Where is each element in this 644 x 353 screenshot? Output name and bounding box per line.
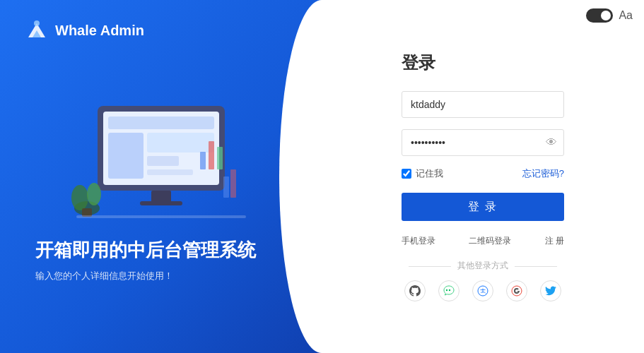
svg-rect-12 [217,147,223,169]
form-options: 记住我 忘记密码? [402,167,564,180]
language-icon[interactable]: Aа [619,9,633,22]
toggle-password-icon[interactable]: 👁 [546,136,557,149]
password-input[interactable] [402,129,564,156]
tagline: 开箱即用的中后台管理系统 [35,238,256,263]
svg-point-16 [71,185,88,210]
svg-rect-14 [140,201,182,205]
svg-point-23 [449,289,450,291]
username-wrapper [402,91,564,118]
svg-rect-19 [223,176,229,198]
google-icon[interactable] [506,280,527,301]
remember-label-text: 记住我 [416,167,443,180]
phone-login-link[interactable]: 手机登录 [402,232,435,250]
alt-login-options: 手机登录 二维码登录 注 册 [402,232,564,250]
illustration [62,85,260,229]
top-controls: Aа [586,8,633,23]
login-button[interactable]: 登 录 [402,193,564,221]
svg-rect-9 [147,169,193,175]
remember-checkbox[interactable] [402,169,411,179]
qr-login-link[interactable]: 二维码登录 [469,232,511,250]
svg-point-2 [34,20,40,26]
remember-me-label[interactable]: 记住我 [402,167,443,180]
other-login-divider: 其他登录方式 [402,260,564,272]
svg-point-22 [446,289,447,291]
form-title: 登录 [402,52,564,74]
svg-rect-21 [76,215,246,218]
register-link[interactable]: 注 册 [545,232,564,250]
theme-toggle[interactable] [586,8,613,23]
forgot-password-link[interactable]: 忘记密码? [522,167,564,180]
wechat-icon[interactable] [438,280,459,301]
logo: Whale Admin [25,19,144,42]
password-wrapper: 👁 [402,129,564,156]
left-panel: Whale Admin [0,0,322,353]
svg-point-17 [87,183,101,205]
login-form: 登录 👁 记住我 忘记密码? 登 录 手机登录 二维码登录 注 册 其他登录方式 [402,52,564,301]
tagline-sub: 输入您的个人详细信息开始使用！ [35,270,256,282]
svg-rect-5 [108,116,214,129]
svg-rect-20 [230,169,236,198]
username-input[interactable] [402,91,564,118]
twitter-icon[interactable] [540,280,561,301]
svg-rect-8 [147,156,179,166]
logo-icon [25,19,48,42]
social-icons [402,280,564,301]
svg-rect-6 [108,133,144,179]
svg-rect-10 [200,152,206,169]
github-icon[interactable] [404,280,426,301]
svg-rect-7 [147,133,214,152]
svg-rect-11 [209,141,214,169]
logo-text: Whale Admin [55,23,144,39]
right-panel: 登录 👁 记住我 忘记密码? 登 录 手机登录 二维码登录 注 册 其他登录方式 [322,0,644,353]
alipay-icon[interactable] [472,280,493,301]
bottom-text: 开箱即用的中后台管理系统 输入您的个人详细信息开始使用！ [35,238,256,282]
